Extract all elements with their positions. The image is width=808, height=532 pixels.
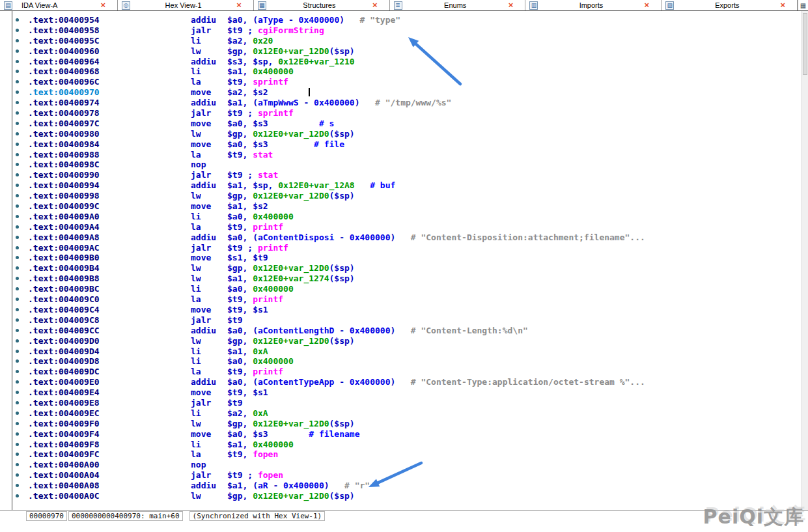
- tab-close-icon[interactable]: ×: [372, 1, 378, 9]
- disasm-line[interactable]: .text:00400A04jalr$t9 ; fopen: [12, 470, 800, 481]
- mnemonic: lw: [191, 336, 227, 346]
- disasm-line[interactable]: .text:004009B0move$s1, $t9: [12, 253, 800, 263]
- disasm-line[interactable]: .text:0040098Cnop: [12, 160, 800, 170]
- tab-close-icon[interactable]: ×: [508, 1, 514, 9]
- mnemonic: la: [191, 294, 227, 305]
- disasm-line[interactable]: .text:004009CCaddiu$a0, (aContentLengthD…: [12, 326, 800, 336]
- disasm-line[interactable]: .text:004009E8jalr$t9: [12, 398, 800, 408]
- disasm-line[interactable]: .text:004009F4move$a0, $s3 # filename: [12, 429, 800, 440]
- mnemonic: la: [191, 150, 227, 160]
- line-address: .text:00400998: [28, 191, 191, 201]
- disasm-line[interactable]: .text:00400954addiu$a0, (aType - 0x40000…: [12, 15, 800, 25]
- disasm-line[interactable]: .text:004009C4move$t9, $s1: [12, 305, 800, 315]
- disasm-line[interactable]: .text:004009C0la$t9, printf: [12, 294, 800, 305]
- tab-ida-view-a[interactable]: ▤IDA View-A×: [0, 0, 118, 10]
- line-address: .text:004009B8: [28, 273, 191, 284]
- token: $a2,: [227, 408, 253, 418]
- disasm-line[interactable]: .text:00400994addiu$a1, $sp, 0x12E0+var_…: [12, 180, 800, 191]
- disasm-line[interactable]: .text:004009F0lw$gp, 0x12E0+var_12D0($sp…: [12, 419, 800, 429]
- tab-exports[interactable]: ▧Exports×: [662, 0, 798, 10]
- disasm-line[interactable]: .text:004009FCla$t9, fopen: [12, 449, 800, 460]
- line-address: .text:00400A00: [28, 460, 191, 470]
- tab-close-icon[interactable]: ×: [100, 1, 105, 9]
- disasm-line[interactable]: .text:00400984move$a0, $s3 # file: [12, 139, 800, 150]
- disasm-line[interactable]: .text:004009A8addiu$a0, (aContentDisposi…: [12, 232, 800, 243]
- window-list-button[interactable]: ▦: [798, 0, 808, 10]
- tab-enums[interactable]: ≣Enums×: [390, 0, 526, 10]
- disasm-line[interactable]: .text:00400990jalr$t9 ; stat: [12, 170, 800, 180]
- disasm-line[interactable]: .text:00400978jalr$t9 ; sprintf: [12, 108, 800, 119]
- scrollbar-thumb[interactable]: [803, 13, 807, 75]
- token: $a0,: [227, 284, 253, 294]
- mnemonic: lw: [191, 273, 227, 284]
- gutter-dot: [16, 80, 19, 83]
- gutter-dot: [16, 163, 19, 166]
- disasm-line[interactable]: .text:00400960lw$gp, 0x12E0+var_12D0($sp…: [12, 46, 800, 57]
- disasm-line[interactable]: .text:004009A4la$t9, printf: [12, 222, 800, 232]
- tab-imports[interactable]: ▥Imports×: [525, 0, 662, 10]
- disasm-line[interactable]: .text:00400A00nop: [12, 460, 800, 470]
- gutter-dot: [16, 391, 19, 394]
- tab-hex-view-1[interactable]: ◎Hex View-1×: [118, 0, 254, 10]
- disasm-line[interactable]: .text:00400998lw$gp, 0x12E0+var_12D0($sp…: [12, 191, 800, 201]
- disasm-line[interactable]: .text:004009A0li$a0, 0x400000: [12, 212, 800, 222]
- mnemonic: addiu: [191, 15, 227, 25]
- disassembly-view[interactable]: .text:00400954addiu$a0, (aType - 0x40000…: [12, 15, 800, 501]
- tab-structures[interactable]: ▦Structures×: [254, 0, 390, 10]
- gutter-dot: [16, 18, 19, 21]
- disasm-line[interactable]: .text:0040099Cmove$a1, $s2: [12, 201, 800, 212]
- token: $s1, $t9: [227, 253, 268, 262]
- disasm-line[interactable]: .text:004009ACjalr$t9 ; printf: [12, 243, 800, 253]
- disasm-line[interactable]: .text:00400974addiu$a1, (aTmpWwwS - 0x40…: [12, 98, 800, 108]
- token: $a0,: [227, 356, 253, 366]
- disasm-line[interactable]: .text:004009D4li$a1, 0xA: [12, 346, 800, 357]
- status-bar: 00000970 0000000000400970: main+60 (Sync…: [0, 510, 808, 522]
- disasm-line[interactable]: .text:004009C8jalr$t9: [12, 315, 800, 326]
- gutter-dot: [16, 215, 19, 218]
- disasm-line[interactable]: .text:004009E4move$t9, $s1: [12, 387, 800, 398]
- text-cursor: [309, 88, 310, 96]
- mnemonic: jalr: [191, 470, 227, 481]
- disasm-line[interactable]: .text:00400964addiu$s3, $sp, 0x12E0+var_…: [12, 57, 800, 67]
- token: $gp,: [227, 419, 253, 428]
- disasm-line[interactable]: .text:004009ECli$a2, 0xA: [12, 408, 800, 419]
- token: ($sp): [329, 273, 355, 283]
- disasm-line[interactable]: .text:004009B4lw$gp, 0x12E0+var_12D0($sp…: [12, 263, 800, 273]
- disasm-line[interactable]: .text:0040096Cla$t9, sprintf: [12, 77, 800, 87]
- gutter-dot: [16, 318, 19, 322]
- disasm-line[interactable]: .text:00400A0Clw$gp, 0x12E0+var_12D0($sp…: [12, 491, 800, 501]
- tab-close-icon[interactable]: ×: [780, 1, 785, 9]
- token: aContentDisposi: [258, 232, 334, 242]
- scrollbar-track[interactable]: [801, 11, 808, 510]
- gutter-dot: [16, 70, 19, 73]
- token: 0x12E0+var_12D0: [253, 129, 329, 139]
- disasm-line[interactable]: .text:004009F8li$a1, 0x400000: [12, 440, 800, 450]
- disasm-line[interactable]: .text:00400A08addiu$a1, (aR - 0x400000) …: [12, 481, 800, 491]
- token: # "type": [344, 15, 400, 25]
- disasm-line[interactable]: .text:004009E0addiu$a0, (aContentTypeApp…: [12, 377, 800, 387]
- disasm-line[interactable]: .text:00400988la$t9, stat: [12, 150, 800, 160]
- mnemonic: jalr: [191, 108, 227, 119]
- disasm-line[interactable]: .text:00400980lw$gp, 0x12E0+var_12D0($sp…: [12, 129, 800, 139]
- gutter-dot: [16, 494, 19, 497]
- line-address: .text:00400974: [28, 98, 191, 108]
- tab-close-icon[interactable]: ×: [645, 1, 650, 9]
- disasm-line[interactable]: .text:0040097Cmove$a0, $s3 # s: [12, 119, 800, 129]
- disasm-line[interactable]: .text:004009DCla$t9, printf: [12, 367, 800, 377]
- token: 0x12E0+var_12D0: [253, 491, 329, 501]
- disasm-line[interactable]: .text:004009D8li$a0, 0x400000: [12, 356, 800, 367]
- tab-close-icon[interactable]: ×: [236, 1, 242, 9]
- line-address: .text:00400958: [28, 25, 191, 36]
- disasm-line[interactable]: .text:00400968li$a1, 0x400000: [12, 66, 800, 77]
- token: $a1,: [227, 66, 253, 76]
- mnemonic: li: [191, 66, 227, 77]
- mnemonic: lw: [191, 191, 227, 201]
- token: $t9: [227, 315, 242, 325]
- disasm-line[interactable]: .text:00400958jalr$t9 ; cgiFormString: [12, 25, 800, 36]
- disasm-line[interactable]: .text:004009BCli$a0, 0x400000: [12, 284, 800, 294]
- disasm-line[interactable]: .text:004009D0lw$gp, 0x12E0+var_12D0($sp…: [12, 336, 800, 346]
- disasm-line[interactable]: .text:0040095Cli$a2, 0x20: [12, 36, 800, 46]
- disasm-line[interactable]: .text:004009B8lw$a1, 0x12E0+var_1274($sp…: [12, 273, 800, 284]
- disasm-line[interactable]: .text:00400970move$a2, $s2: [12, 87, 800, 98]
- token: sprintf: [253, 77, 288, 87]
